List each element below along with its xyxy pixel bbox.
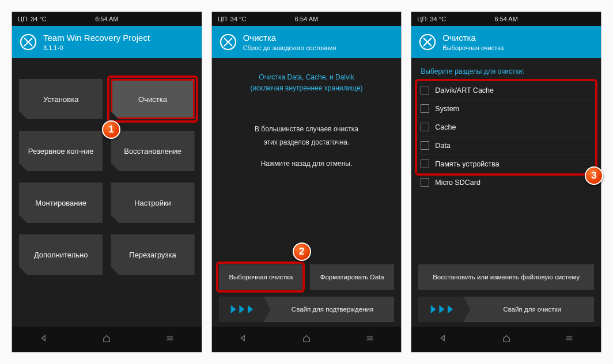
partition-label: Micro SDCard [435, 179, 480, 187]
status-temp: ЦП: 34 °C [417, 16, 446, 22]
tile-wipe[interactable]: Очистка [111, 79, 194, 119]
checkbox-icon[interactable] [421, 104, 429, 113]
phone-screen-2: ЦП: 34 °C 6:54 AM Очистка Сброс до завод… [211, 12, 402, 352]
btn-label: Форматировать Data [320, 274, 384, 280]
btn-label: Выборочная очистка [229, 274, 293, 280]
status-time: 6:54 AM [295, 16, 318, 22]
app-header: Team Win Recovery Project 3.1.1-0 [12, 26, 202, 58]
status-temp: ЦП: 34 °C [218, 16, 247, 22]
status-time: 6:54 AM [95, 16, 118, 22]
tile-label: Резервное коп-ние [28, 147, 94, 156]
nav-home-icon[interactable] [101, 333, 112, 346]
callout-badge-2: 2 [293, 242, 311, 261]
checkbox-icon[interactable] [421, 86, 429, 94]
partition-label: Dalvik/ART Cache [435, 86, 494, 94]
btn-label: Восстановить или изменить файловую систе… [433, 274, 580, 280]
tile-label: Дополнительно [34, 251, 88, 259]
tile-label: Установка [43, 95, 78, 104]
nav-back-icon[interactable] [39, 333, 49, 346]
header-title: Team Win Recovery Project [43, 33, 150, 43]
tile-mount[interactable]: Монтирование [19, 183, 103, 223]
header-title: Очистка [243, 33, 336, 43]
tile-install[interactable]: Установка [19, 79, 103, 119]
nav-menu-icon[interactable] [365, 333, 375, 346]
partition-row-cache[interactable]: Cache [418, 117, 594, 136]
callout-badge-3: 3 [585, 166, 603, 185]
wipe-info-line2: (исключая внутреннее хранилище) [225, 83, 389, 94]
callout-badge-1: 1 [102, 120, 120, 139]
tile-label: Восстановление [124, 147, 181, 156]
swipe-label: Свайп для очистки [470, 306, 594, 313]
btn-format-data[interactable]: Форматировать Data [310, 264, 394, 290]
partition-row-data[interactable]: Data [418, 136, 594, 154]
partition-label: System [435, 105, 459, 113]
partition-label: Cache [435, 123, 456, 131]
header-subtitle: Выборочная очистка [442, 44, 504, 51]
swipe-confirm[interactable]: Свайп для подтверждения [219, 297, 395, 322]
phone-screen-3: ЦП: 34 °C 6:54 AM Очистка Выборочная очи… [411, 12, 601, 352]
header-title: Очистка [442, 33, 504, 43]
nav-back-icon[interactable] [238, 333, 248, 346]
nav-home-icon[interactable] [301, 333, 312, 346]
partition-row-dalvik[interactable]: Dalvik/ART Cache [418, 81, 594, 99]
swipe-handle-icon[interactable] [418, 297, 470, 322]
header-version: 3.1.1-0 [43, 44, 150, 51]
status-bar: ЦП: 34 °C 6:54 AM [212, 12, 402, 26]
tutorial-canvas: ЦП: 34 °C 6:54 AM Team Win Recovery Proj… [0, 0, 613, 364]
tile-label: Монтирование [35, 199, 86, 207]
app-header: Очистка Выборочная очистка [411, 26, 601, 58]
nav-menu-icon[interactable] [564, 333, 574, 346]
nav-bar [411, 327, 601, 352]
btn-selective-wipe[interactable]: Выборочная очистка [219, 264, 303, 290]
tile-label: Очистка [138, 95, 167, 104]
wipe-info: Очистка Data, Cache, и Dalvik (исключая … [219, 67, 395, 94]
twrp-logo-icon [19, 33, 37, 51]
swipe-label: Свайп для подтверждения [271, 306, 395, 313]
tile-settings[interactable]: Настройки [111, 183, 194, 223]
tile-reboot[interactable]: Перезагрузка [111, 234, 194, 275]
twrp-logo-icon [219, 33, 237, 51]
status-bar: ЦП: 34 °C 6:54 AM [411, 12, 601, 26]
checkbox-icon[interactable] [421, 178, 429, 187]
checkbox-icon[interactable] [421, 160, 429, 168]
swipe-handle-icon[interactable] [219, 297, 271, 322]
status-time: 6:54 AM [494, 16, 517, 22]
nav-home-icon[interactable] [501, 333, 512, 346]
nav-menu-icon[interactable] [165, 333, 175, 346]
tile-label: Перезагрузка [129, 251, 176, 259]
status-bar: ЦП: 34 °C 6:54 AM [12, 12, 202, 26]
swipe-wipe[interactable]: Свайп для очистки [418, 297, 594, 322]
nav-bar [12, 327, 202, 352]
tile-label: Настройки [134, 199, 171, 207]
btn-repair-filesystem[interactable]: Восстановить или изменить файловую систе… [418, 264, 594, 290]
twrp-logo-icon [418, 33, 437, 51]
wipe-description: В большинстве случаев очистка этих разде… [219, 123, 395, 170]
partition-row-internal[interactable]: Память устройства [418, 154, 594, 173]
partition-section-title: Выберите разделы для очистки: [418, 64, 594, 81]
main-menu-grid: Установка Очистка Резервное коп-ние Восс… [19, 67, 195, 275]
partition-label: Память устройства [435, 160, 499, 168]
status-temp: ЦП: 34 °C [18, 16, 47, 22]
tile-backup[interactable]: Резервное коп-ние [19, 131, 103, 171]
checkbox-icon[interactable] [421, 123, 429, 131]
header-subtitle: Сброс до заводского состояния [243, 44, 336, 51]
phone-screen-1: ЦП: 34 °C 6:54 AM Team Win Recovery Proj… [12, 12, 202, 352]
tile-advanced[interactable]: Дополнительно [19, 234, 103, 275]
tile-restore[interactable]: Восстановление [111, 131, 194, 171]
checkbox-icon[interactable] [421, 141, 429, 150]
partition-row-sdcard[interactable]: Micro SDCard [418, 173, 594, 191]
nav-back-icon[interactable] [438, 333, 448, 346]
wipe-info-line1: Очистка Data, Cache, и Dalvik [225, 72, 389, 83]
partition-label: Data [435, 142, 450, 150]
app-header: Очистка Сброс до заводского состояния [212, 26, 402, 58]
partition-row-system[interactable]: System [418, 99, 594, 117]
nav-bar [212, 327, 402, 352]
